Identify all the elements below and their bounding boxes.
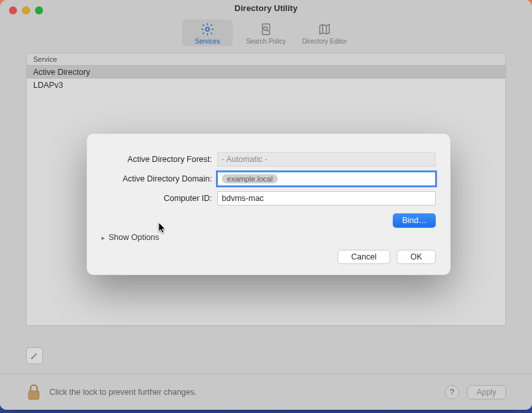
chevron-right-icon: ▸ bbox=[101, 234, 105, 241]
table-row[interactable]: LDAPv3 bbox=[27, 79, 505, 92]
zoom-window-button[interactable] bbox=[35, 7, 43, 14]
close-window-button[interactable] bbox=[9, 7, 17, 14]
active-directory-bind-sheet: Active Directory Forest: - Automatic - A… bbox=[86, 133, 451, 275]
domain-token[interactable]: example.local bbox=[222, 174, 278, 183]
computer-id-label: Computer ID: bbox=[101, 194, 217, 203]
toolbar-search-policy[interactable]: Search Policy bbox=[241, 20, 291, 46]
apply-button[interactable]: Apply bbox=[467, 385, 506, 399]
bind-button[interactable]: Bind… bbox=[393, 213, 436, 228]
forest-field: - Automatic - bbox=[217, 152, 436, 167]
domain-field[interactable]: example.local bbox=[217, 172, 436, 186]
show-options-toggle[interactable]: ▸ Show Options bbox=[87, 228, 450, 242]
help-button[interactable]: ? bbox=[445, 385, 459, 399]
show-options-label: Show Options bbox=[109, 233, 159, 242]
table-row[interactable]: Active Directory bbox=[27, 66, 505, 79]
toolbar-label: Search Policy bbox=[246, 38, 286, 45]
window-controls bbox=[9, 7, 43, 14]
toolbar-directory-editor[interactable]: Directory Editor bbox=[299, 20, 350, 46]
svg-point-0 bbox=[206, 27, 209, 31]
document-search-icon bbox=[259, 22, 273, 36]
toolbar-label: Directory Editor bbox=[302, 38, 347, 45]
footer: Click the lock to prevent further change… bbox=[0, 373, 532, 410]
titlebar: Directory Utility bbox=[0, 0, 532, 17]
map-icon bbox=[317, 22, 332, 36]
pencil-icon bbox=[30, 351, 39, 360]
computer-id-field[interactable] bbox=[217, 191, 436, 206]
lock-icon[interactable] bbox=[26, 383, 42, 401]
svg-rect-3 bbox=[29, 391, 39, 399]
domain-label: Active Directory Domain: bbox=[101, 174, 217, 183]
forest-label: Active Directory Forest: bbox=[101, 155, 217, 164]
minimize-window-button[interactable] bbox=[22, 7, 30, 14]
toolbar-label: Services bbox=[195, 38, 220, 45]
lock-hint-text: Click the lock to prevent further change… bbox=[49, 388, 437, 397]
edit-service-button[interactable] bbox=[26, 347, 43, 364]
table-header-service[interactable]: Service bbox=[27, 53, 505, 66]
cancel-button[interactable]: Cancel bbox=[338, 250, 390, 264]
window-title: Directory Utility bbox=[0, 3, 532, 13]
toolbar-services[interactable]: Services bbox=[182, 20, 233, 46]
ok-button[interactable]: OK bbox=[397, 250, 436, 264]
toolbar: Services Search Policy Directory Editor bbox=[0, 17, 532, 53]
gear-icon bbox=[200, 22, 215, 36]
